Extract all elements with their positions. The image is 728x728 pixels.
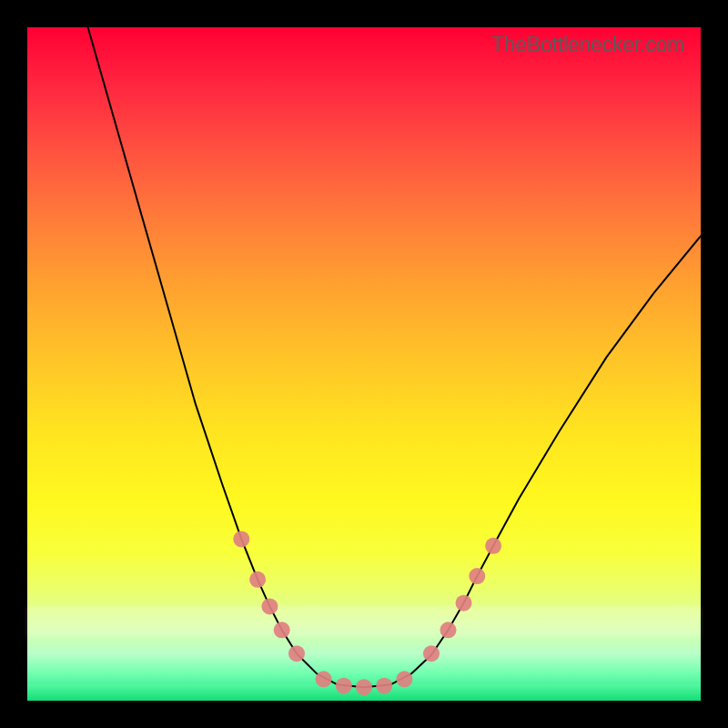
curve-marker — [336, 678, 352, 694]
curve-marker — [440, 622, 457, 638]
curve-marker — [469, 568, 485, 584]
curve-svg — [27, 27, 701, 701]
curve-marker — [261, 598, 278, 614]
curve-marker — [274, 622, 290, 638]
curve-marker — [423, 645, 440, 662]
curve-marker — [249, 571, 266, 588]
curve-marker — [356, 679, 372, 695]
curve-marker — [233, 531, 249, 547]
curve-marker — [485, 538, 501, 554]
plot-area: TheBottlenecker.com — [27, 27, 701, 701]
bottleneck-curve — [88, 27, 701, 687]
curve-marker — [456, 595, 472, 612]
chart-frame: TheBottlenecker.com — [0, 0, 728, 728]
marker-group — [233, 531, 501, 695]
curve-marker — [288, 645, 305, 662]
curve-marker — [376, 678, 392, 694]
curve-marker — [316, 671, 332, 687]
curve-marker — [396, 671, 412, 687]
